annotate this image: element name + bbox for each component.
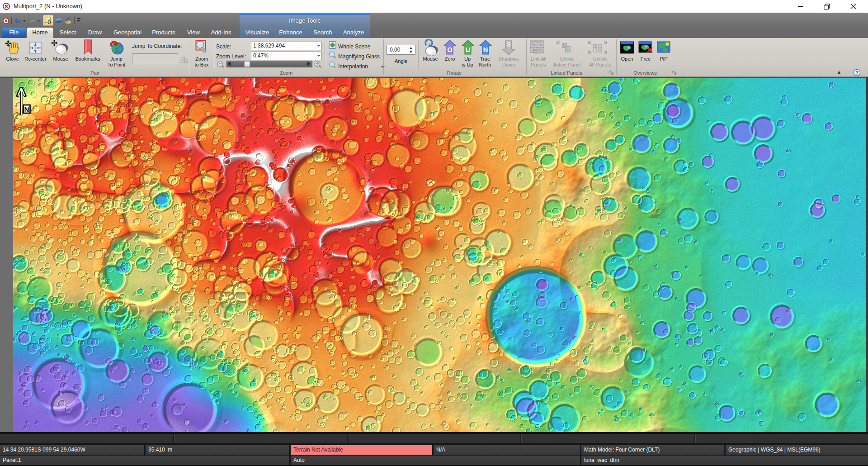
svg-text:?: ?: [855, 71, 858, 76]
svg-text:N: N: [483, 46, 488, 53]
svg-text:U: U: [466, 46, 471, 53]
svg-text:N: N: [24, 105, 29, 113]
svg-text:S: S: [506, 40, 511, 48]
svg-text:O: O: [447, 46, 453, 53]
